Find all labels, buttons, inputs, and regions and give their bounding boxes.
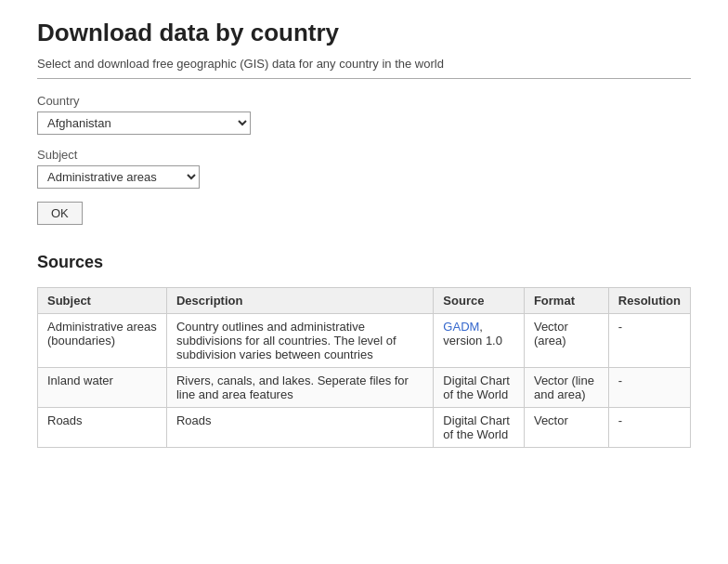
table-header-row: Subject Description Source Format Resolu… (38, 288, 691, 314)
row3-subject: Roads (38, 408, 167, 448)
row2-description: Rivers, canals, and lakes. Seperate file… (166, 368, 433, 408)
row3-format: Vector (524, 408, 608, 448)
col-source: Source (434, 288, 525, 314)
row1-description: Country outlines and administrative subd… (166, 314, 433, 368)
col-description: Description (166, 288, 433, 314)
row2-subject: Inland water (38, 368, 167, 408)
subject-select[interactable]: Administrative areas Inland water Roads … (37, 165, 200, 189)
row1-format: Vector (area) (524, 314, 608, 368)
country-form-group: Country Afghanistan Albania Algeria Ando… (37, 94, 691, 135)
table-row: Inland water Rivers, canals, and lakes. … (38, 368, 691, 408)
ok-button[interactable]: OK (37, 202, 83, 225)
country-label: Country (37, 94, 691, 108)
table-row: Roads Roads Digital Chart of the World V… (38, 408, 691, 448)
row3-source: Digital Chart of the World (434, 408, 525, 448)
gadm-link[interactable]: GADM (443, 320, 479, 334)
sources-title: Sources (37, 253, 691, 272)
row2-source: Digital Chart of the World (434, 368, 525, 408)
sources-table: Subject Description Source Format Resolu… (37, 287, 691, 448)
table-row: Administrative areas (boundaries) Countr… (38, 314, 691, 368)
page-subtitle: Select and download free geographic (GIS… (37, 57, 691, 71)
col-format: Format (524, 288, 608, 314)
row3-description: Roads (166, 408, 433, 448)
row1-source: GADM, version 1.0 (434, 314, 525, 368)
subject-form-group: Subject Administrative areas Inland wate… (37, 148, 691, 189)
row1-subject: Administrative areas (boundaries) (38, 314, 167, 368)
col-subject: Subject (38, 288, 167, 314)
row2-format: Vector (line and area) (524, 368, 608, 408)
row3-resolution: - (608, 408, 690, 448)
subject-label: Subject (37, 148, 691, 162)
col-resolution: Resolution (608, 288, 690, 314)
row2-resolution: - (608, 368, 690, 408)
page-title: Download data by country (37, 19, 691, 47)
country-select[interactable]: Afghanistan Albania Algeria Andorra Ango… (37, 111, 251, 135)
row1-resolution: - (608, 314, 690, 368)
divider (37, 78, 691, 79)
